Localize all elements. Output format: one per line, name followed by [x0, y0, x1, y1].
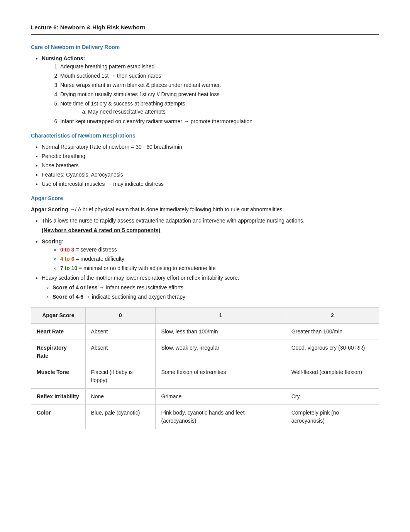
muscle-tone-2: Well-flexed (complete flexion) [286, 364, 379, 388]
nursing-actions-list: Nursing Actions: Adequate breathing patt… [42, 54, 379, 126]
score-7-10-desc: = minimal or no difficulty with adjustin… [79, 265, 215, 271]
apgar-bullet1: This allows the nurse to rapidly assess … [42, 217, 379, 225]
table-header-0: 0 [85, 307, 156, 323]
apgar-intro-text: A brief physical exam that is done immed… [78, 206, 284, 212]
nursing-actions-numbered: Adequate breathing pattern established M… [60, 63, 379, 126]
section-heading-care-delivery: Care of Newborn in Delivery Room [31, 43, 379, 51]
muscle-tone-0: Flaccid (if baby is floppy) [85, 364, 156, 388]
heart-rate-0: Absent [85, 323, 156, 340]
heart-rate-2: Greater than 100/min [286, 323, 379, 340]
list-item: Nurse wraps infant in warm blanket & pla… [60, 81, 379, 89]
color-2: Completely pink (no acrocyanosis) [286, 405, 379, 429]
list-item: Infant kept unwrapped on clean/dry radia… [60, 117, 379, 126]
respirations-list: Normal Respiratory Rate of newborn = 30 … [42, 143, 379, 188]
table-row: Color Blue, pale (cyanotic) Pink body, c… [31, 405, 379, 429]
list-item: Features: Cyanosis, Acrocyanosis [42, 171, 379, 179]
score-sub-item: Score of 4-6 → indicate suctioning and o… [53, 293, 379, 301]
respiratory-rate-1: Slow, weak cry, irregular [156, 340, 286, 364]
heart-rate-label: Heart Rate [31, 323, 86, 340]
score-sub-bold-1: Score of 4-6 [53, 294, 83, 300]
table-row: Heart Rate Absent Slow, less than 100/mi… [31, 323, 379, 340]
reflex-irritability-2: Cry [286, 388, 379, 405]
list-item: Use of intercostal muscles → may indicat… [42, 180, 379, 188]
nursing-actions-label: Nursing Actions: [42, 55, 85, 61]
list-item: Drying motion usually stimulates 1st cry… [60, 90, 379, 99]
score-range-item: 7 to 10 = minimal or no difficulty with … [60, 264, 379, 272]
color-label: Color [31, 405, 86, 429]
muscle-tone-1: Some flexion of extremities [156, 364, 286, 388]
page-title: Lecture 6: Newborn & High Risk Newborn [31, 23, 379, 35]
color-0: Blue, pale (cyanotic) [85, 405, 156, 429]
score-4-6: 4 to 6 [60, 256, 75, 262]
score-sub-item: Score of 4 or less → infant needs resusc… [53, 284, 379, 292]
reflex-irritability-1: Grimace [156, 388, 286, 405]
score-7-10: 7 to 10 [60, 265, 77, 271]
table-row: Respiratory Rate Absent Slow, weak cry, … [31, 340, 379, 364]
score-sub-text-1: indicate suctioning and oxygen therapy [92, 294, 185, 300]
scoring-list: Scoring: 0 to 3 = severe distress 4 to 6… [42, 238, 379, 282]
respiratory-rate-0: Absent [85, 340, 156, 364]
list-item: Note time of 1st cry & success at breath… [60, 100, 379, 116]
table-header-label: Apgar Score [31, 307, 86, 323]
sedation-note: Heavy sedation of the mother may lower r… [42, 274, 379, 282]
scoring-item: Scoring: 0 to 3 = severe distress 4 to 6… [42, 238, 379, 272]
score-ranges-list: 0 to 3 = severe distress 4 to 6 = modera… [60, 246, 379, 272]
score-0-3-desc: = severe distress [76, 246, 117, 253]
heart-rate-1: Slow, less than 100/min [156, 323, 286, 340]
apgar-table: Apgar Score 0 1 2 Heart Rate Absent Slow… [31, 307, 379, 429]
score-sub-arrow-0: → [99, 284, 105, 291]
reflex-irritability-0: None [85, 388, 156, 405]
score-4-6-desc: = moderate difficulty [76, 256, 124, 262]
reflex-irritability-label: Reflex irritability [31, 388, 86, 405]
muscle-tone-label: Muscle Tone [31, 364, 86, 388]
color-1: Pink body, cyanotic hands and feet (acro… [156, 405, 286, 429]
apgar-bullet1-list: This allows the nurse to rapidly assess … [42, 217, 379, 225]
respiratory-rate-label: Respiratory Rate [31, 340, 86, 364]
apgar-intro-arrow: →/ [69, 206, 78, 212]
list-item: Adequate breathing pattern established [60, 63, 379, 71]
score-range-item: 4 to 6 = moderate difficulty [60, 255, 379, 263]
score-sub-bold-0: Score of 4 or less [53, 284, 98, 291]
score-0-3: 0 to 3 [60, 246, 75, 253]
list-item: Nose breathers [42, 161, 379, 170]
table-header-2: 2 [286, 307, 379, 323]
apgar-intro-bold: Apgar Scoring [31, 206, 68, 212]
section-heading-apgar: Apgar Score [31, 194, 379, 202]
apgar-intro: Apgar Scoring →/ A brief physical exam t… [31, 206, 379, 214]
alpha-sub-list: May need resuscitative attempts [88, 108, 379, 116]
section-heading-respirations: Characteristics of Newborn Respirations [31, 132, 379, 140]
table-row: Muscle Tone Flaccid (if baby is floppy) … [31, 364, 379, 388]
score-range-item: 0 to 3 = severe distress [60, 246, 379, 254]
list-item: Normal Respiratory Rate of newborn = 30 … [42, 143, 379, 151]
list-item: Mouth suctioned 1st → then suction nares [60, 72, 379, 80]
list-item: May need resuscitative attempts [88, 108, 379, 116]
respiratory-rate-2: Good, vigorous cry (30-60 RR) [286, 340, 379, 364]
scoring-label: Scoring [42, 238, 62, 245]
list-item: Periodic breathing [42, 152, 379, 160]
apgar-subheading: (Newborn observed & rated on 5 component… [42, 227, 160, 233]
score-sub-text-0: infant needs resuscitative efforts [106, 284, 184, 291]
score-sub-arrow-1: → [85, 294, 90, 300]
table-row: Reflex irritability None Grimace Cry [31, 388, 379, 405]
score-sub-list: Score of 4 or less → infant needs resusc… [53, 284, 379, 301]
table-header-1: 1 [156, 307, 286, 323]
